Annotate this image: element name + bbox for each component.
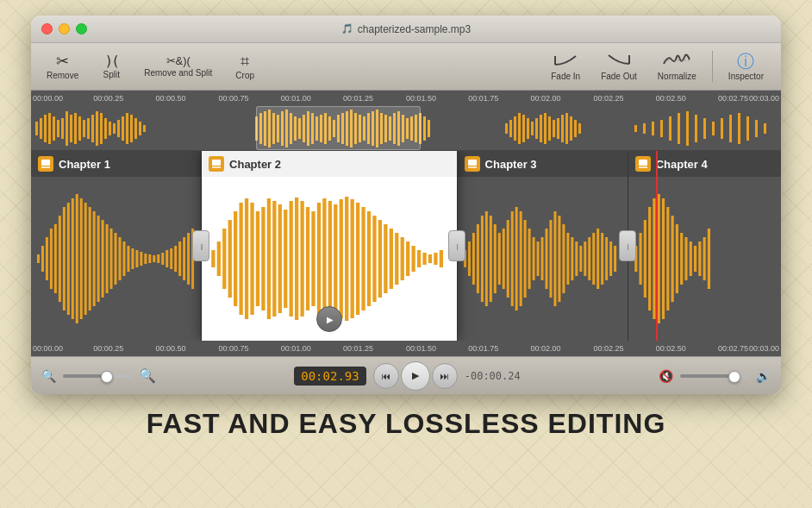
svg-rect-69 <box>428 120 430 137</box>
svg-rect-172 <box>351 199 354 318</box>
waveform-overview[interactable] <box>31 106 781 151</box>
chapter-2-title: Chapter 2 <box>229 158 281 171</box>
svg-rect-219 <box>579 246 582 272</box>
svg-rect-179 <box>390 229 393 289</box>
mute-icon[interactable]: 🔇 <box>659 369 673 383</box>
svg-rect-24 <box>126 113 128 144</box>
svg-rect-233 <box>643 220 646 298</box>
svg-rect-239 <box>671 216 673 302</box>
volume-icon[interactable]: 🔊 <box>756 369 771 383</box>
svg-rect-23 <box>122 116 124 141</box>
svg-rect-207 <box>528 229 530 289</box>
chapter-1-split-handle[interactable] <box>192 230 209 261</box>
svg-rect-181 <box>401 237 404 280</box>
remaining-time-display: -00:00.24 <box>465 370 521 382</box>
svg-rect-95 <box>695 115 697 142</box>
svg-rect-105 <box>41 160 50 166</box>
chapter-2-play-button[interactable] <box>316 306 342 332</box>
svg-rect-185 <box>422 253 426 265</box>
svg-rect-5 <box>44 115 47 142</box>
chapter-4-icon <box>635 156 651 172</box>
crop-label: Crop <box>235 71 254 80</box>
remove-split-icon: ✂&)( <box>166 55 191 66</box>
svg-rect-91 <box>660 120 663 137</box>
svg-rect-164 <box>306 207 309 310</box>
chapter-1-waveform <box>31 177 201 341</box>
svg-rect-175 <box>367 211 371 306</box>
svg-rect-166 <box>317 203 321 315</box>
split-button[interactable]: )( Split <box>89 51 134 83</box>
zoom-slider[interactable] <box>63 374 132 378</box>
svg-rect-163 <box>300 201 303 317</box>
svg-rect-184 <box>417 250 421 267</box>
svg-rect-4 <box>40 118 42 139</box>
svg-rect-9 <box>61 118 64 139</box>
svg-rect-74 <box>522 115 525 142</box>
svg-rect-246 <box>703 237 705 280</box>
svg-rect-148 <box>217 241 221 276</box>
title-icon: 🎵 <box>341 23 353 34</box>
svg-rect-221 <box>588 237 590 280</box>
fade-in-icon <box>553 53 578 70</box>
remove-button[interactable]: ✂ Remove <box>40 50 85 84</box>
svg-rect-119 <box>89 207 91 310</box>
svg-rect-111 <box>54 224 57 293</box>
chapters-area: Chapter 1 Chapter 2 <box>31 151 781 341</box>
svg-rect-149 <box>222 229 226 289</box>
svg-rect-240 <box>675 224 678 293</box>
svg-rect-128 <box>127 246 129 272</box>
svg-rect-11 <box>70 115 72 142</box>
svg-rect-85 <box>570 116 572 141</box>
chapter-3-split-handle[interactable] <box>619 230 636 261</box>
bottom-ruler: 00:00.00 00:00.25 00:00.50 00:00.75 00:0… <box>31 341 781 356</box>
svg-rect-155 <box>256 211 259 306</box>
inspector-button[interactable]: ⓘ Inspector <box>720 49 772 85</box>
crop-button[interactable]: ⌗ Crop <box>222 50 267 84</box>
svg-rect-200 <box>497 233 500 285</box>
rewind-button[interactable]: ⏮ <box>373 363 399 389</box>
svg-rect-160 <box>284 210 287 308</box>
inspector-icon: ⓘ <box>737 53 754 70</box>
svg-rect-211 <box>545 229 547 289</box>
svg-rect-8 <box>57 120 59 137</box>
svg-rect-229 <box>639 160 647 166</box>
zoom-in-icon[interactable]: 🔍 <box>139 367 156 384</box>
svg-rect-137 <box>166 250 168 267</box>
svg-rect-99 <box>729 115 732 142</box>
svg-rect-27 <box>139 122 141 135</box>
svg-rect-83 <box>561 115 564 142</box>
svg-rect-206 <box>523 220 526 298</box>
svg-rect-132 <box>144 254 147 264</box>
svg-rect-225 <box>605 237 608 280</box>
title-bar: 🎵 chapterized-sample.mp3 <box>31 16 781 43</box>
chapter-2-split-handle[interactable] <box>448 230 465 261</box>
normalize-button[interactable]: Normalize <box>649 48 705 85</box>
svg-rect-133 <box>148 254 151 263</box>
minimize-button[interactable] <box>59 23 70 34</box>
title-label: chapterized-sample.mp3 <box>358 23 471 35</box>
fast-forward-button[interactable]: ⏭ <box>432 363 458 389</box>
remove-label: Remove <box>47 71 78 80</box>
svg-rect-86 <box>574 120 577 137</box>
normalize-icon <box>663 52 690 70</box>
remove-split-button[interactable]: ✂&)( Remove and Split <box>137 52 219 81</box>
fade-out-button[interactable]: Fade Out <box>592 48 646 85</box>
svg-rect-167 <box>322 198 326 319</box>
chapter-1-block: Chapter 1 <box>31 151 202 341</box>
svg-rect-100 <box>738 113 740 144</box>
fade-in-button[interactable]: Fade In <box>542 49 589 85</box>
svg-rect-176 <box>372 216 376 302</box>
svg-rect-3 <box>35 122 38 135</box>
zoom-out-icon[interactable]: 🔍 <box>41 369 56 383</box>
maximize-button[interactable] <box>76 23 87 34</box>
close-button[interactable] <box>41 23 53 34</box>
play-pause-button[interactable]: ▶ <box>401 361 430 391</box>
svg-rect-98 <box>721 118 723 139</box>
svg-rect-121 <box>97 216 100 302</box>
svg-rect-101 <box>746 116 749 141</box>
remove-icon: ✂ <box>56 53 69 69</box>
volume-slider[interactable] <box>680 374 749 378</box>
split-icon: )( <box>105 54 118 68</box>
svg-rect-123 <box>106 224 109 293</box>
svg-rect-210 <box>540 237 543 280</box>
